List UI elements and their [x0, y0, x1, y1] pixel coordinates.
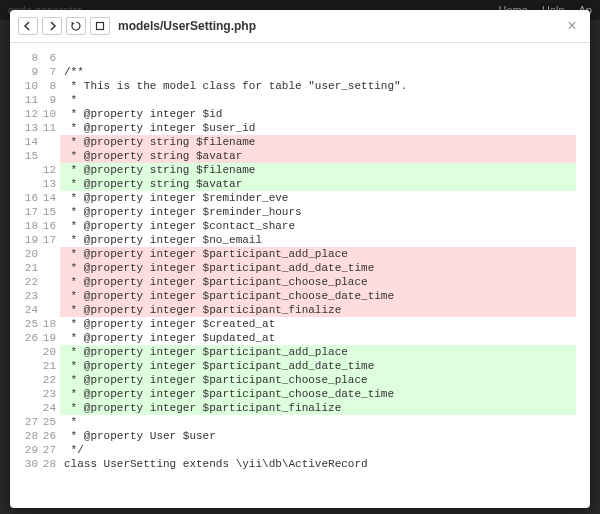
line-content: * @property integer $participant_choose_… [60, 289, 576, 303]
line-content: * This is the model class for table "use… [60, 79, 576, 93]
line-number-old: 20 [24, 247, 42, 261]
refresh-button[interactable] [66, 17, 86, 35]
line-number-old: 13 [24, 121, 42, 135]
line-number-old: 12 [24, 107, 42, 121]
line-number-old: 9 [24, 65, 42, 79]
line-number-new: 6 [42, 51, 60, 65]
line-content: * @property integer $participant_add_pla… [60, 247, 576, 261]
diff-line: 23 * @property integer $participant_choo… [24, 387, 576, 401]
expand-icon [95, 21, 105, 31]
line-number-old [24, 359, 42, 373]
line-number-new: 7 [42, 65, 60, 79]
diff-line: 14 * @property string $filename [24, 135, 576, 149]
line-number-old: 11 [24, 93, 42, 107]
diff-line: 2619 * @property integer $updated_at [24, 331, 576, 345]
line-content: * @property integer $id [60, 107, 576, 121]
diff-line: 2725 * [24, 415, 576, 429]
diff-line: 24 * @property integer $participant_fina… [24, 303, 576, 317]
line-number-old: 19 [24, 233, 42, 247]
line-content [60, 51, 576, 65]
line-number-new: 18 [42, 317, 60, 331]
diff-line: 3028class UserSetting extends \yii\db\Ac… [24, 457, 576, 471]
line-number-old: 26 [24, 331, 42, 345]
line-number-new: 25 [42, 415, 60, 429]
line-content: * @property integer $reminder_eve [60, 191, 576, 205]
line-content: * @property integer $no_email [60, 233, 576, 247]
diff-line: 108 * This is the model class for table … [24, 79, 576, 93]
line-number-old: 10 [24, 79, 42, 93]
diff-line: 22 * @property integer $participant_choo… [24, 275, 576, 289]
diff-viewer[interactable]: 8697/**108 * This is the model class for… [10, 43, 590, 508]
expand-button[interactable] [90, 17, 110, 35]
line-number-old: 30 [24, 457, 42, 471]
line-content: * @property integer $updated_at [60, 331, 576, 345]
diff-line: 1614 * @property integer $reminder_eve [24, 191, 576, 205]
line-content: * @property User $user [60, 429, 576, 443]
line-number-new: 13 [42, 177, 60, 191]
line-number-old: 17 [24, 205, 42, 219]
line-number-old: 21 [24, 261, 42, 275]
line-content: * @property string $filename [60, 135, 576, 149]
line-number-old [24, 401, 42, 415]
line-number-old: 29 [24, 443, 42, 457]
line-content: * [60, 93, 576, 107]
line-content: * @property integer $participant_add_dat… [60, 261, 576, 275]
diff-line: 15 * @property string $avatar [24, 149, 576, 163]
line-content: * @property integer $participant_choose_… [60, 373, 576, 387]
diff-line: 97/** [24, 65, 576, 79]
line-number-new: 9 [42, 93, 60, 107]
line-content: * @property integer $participant_finaliz… [60, 303, 576, 317]
line-number-new: 12 [42, 163, 60, 177]
line-content: class UserSetting extends \yii\db\Active… [60, 457, 576, 471]
line-number-old: 8 [24, 51, 42, 65]
modal-header: models/UserSetting.php × [10, 10, 590, 43]
line-number-new [42, 303, 60, 317]
line-number-old [24, 163, 42, 177]
arrow-right-icon [47, 21, 57, 31]
arrow-left-icon [23, 21, 33, 31]
diff-line: 2927 */ [24, 443, 576, 457]
line-number-old: 15 [24, 149, 42, 163]
close-icon: × [567, 17, 576, 35]
close-button[interactable]: × [562, 16, 582, 36]
line-number-new: 21 [42, 359, 60, 373]
diff-line: 13 * @property string $avatar [24, 177, 576, 191]
line-number-new [42, 135, 60, 149]
line-number-old [24, 345, 42, 359]
line-number-new: 10 [42, 107, 60, 121]
line-number-old: 27 [24, 415, 42, 429]
line-content: /** [60, 65, 576, 79]
line-number-old: 14 [24, 135, 42, 149]
forward-button[interactable] [42, 17, 62, 35]
svg-rect-0 [97, 23, 104, 30]
line-number-new [42, 261, 60, 275]
line-number-new: 11 [42, 121, 60, 135]
line-content: * [60, 415, 576, 429]
line-content: * @property string $avatar [60, 149, 576, 163]
line-number-new: 16 [42, 219, 60, 233]
line-content: * @property integer $participant_choose_… [60, 275, 576, 289]
line-content: * @property integer $participant_finaliz… [60, 401, 576, 415]
line-number-new [42, 247, 60, 261]
line-number-new: 17 [42, 233, 60, 247]
line-content: * @property integer $reminder_hours [60, 205, 576, 219]
diff-line: 2826 * @property User $user [24, 429, 576, 443]
diff-line: 86 [24, 51, 576, 65]
line-number-old: 16 [24, 191, 42, 205]
line-content: * @property string $avatar [60, 177, 576, 191]
line-number-old [24, 177, 42, 191]
line-number-new: 23 [42, 387, 60, 401]
line-number-old: 28 [24, 429, 42, 443]
line-number-new [42, 149, 60, 163]
diff-line: 22 * @property integer $participant_choo… [24, 373, 576, 387]
back-button[interactable] [18, 17, 38, 35]
refresh-icon [71, 21, 81, 31]
file-path: models/UserSetting.php [118, 19, 256, 33]
line-number-new: 28 [42, 457, 60, 471]
line-content: * @property integer $user_id [60, 121, 576, 135]
line-number-new [42, 275, 60, 289]
diff-line: 21 * @property integer $participant_add_… [24, 261, 576, 275]
line-number-old: 24 [24, 303, 42, 317]
diff-modal: models/UserSetting.php × 8697/**108 * Th… [10, 10, 590, 508]
diff-line: 1210 * @property integer $id [24, 107, 576, 121]
